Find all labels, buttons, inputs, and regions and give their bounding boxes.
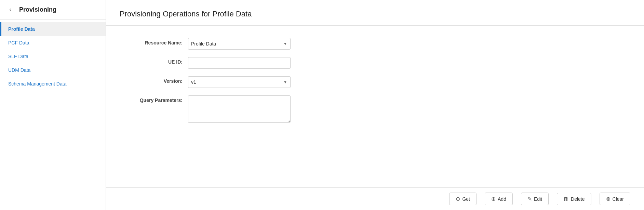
resource-name-select-wrapper: Profile Data [188, 38, 291, 50]
resource-name-select[interactable]: Profile Data [188, 38, 291, 50]
version-select-wrapper: v1 [188, 76, 291, 88]
query-params-row: Query Parameters: [120, 95, 630, 124]
delete-icon: 🗑 [563, 196, 569, 202]
ue-id-row: UE ID: [120, 57, 630, 69]
get-icon: ⊙ [456, 196, 460, 202]
sidebar-nav: Profile Data PCF Data SLF Data UDM Data … [0, 19, 106, 93]
sidebar-header: ‹ Provisioning [0, 0, 106, 19]
delete-label: Delete [571, 196, 585, 202]
clear-button[interactable]: ⊗ Clear [600, 193, 630, 205]
clear-label: Clear [613, 196, 624, 202]
clear-icon: ⊗ [606, 196, 611, 202]
edit-button[interactable]: ✎ Edit [521, 193, 549, 205]
back-button[interactable]: ‹ [5, 5, 15, 14]
action-bar: ⊙ Get ⊕ Add ✎ Edit 🗑 Delete ⊗ Clear [106, 187, 644, 210]
sidebar-title: Provisioning [19, 6, 56, 13]
sidebar-item-pcf-data[interactable]: PCF Data [0, 36, 106, 50]
resource-name-row: Resource Name: Profile Data [120, 38, 630, 50]
edit-label: Edit [534, 196, 542, 202]
add-label: Add [498, 196, 506, 202]
version-control: v1 [188, 76, 291, 88]
get-label: Get [462, 196, 470, 202]
add-icon: ⊕ [491, 196, 496, 202]
add-button[interactable]: ⊕ Add [485, 193, 513, 205]
query-params-control [188, 95, 291, 124]
version-row: Version: v1 [120, 76, 630, 88]
main-content: Provisioning Operations for Profile Data… [106, 0, 644, 210]
resource-name-control: Profile Data [188, 38, 291, 50]
sidebar: ‹ Provisioning Profile Data PCF Data SLF… [0, 0, 106, 210]
page-title: Provisioning Operations for Profile Data [120, 10, 630, 18]
sidebar-item-schema-management-data[interactable]: Schema Management Data [0, 77, 106, 91]
main-header: Provisioning Operations for Profile Data [106, 0, 644, 26]
edit-icon: ✎ [527, 196, 532, 202]
get-button[interactable]: ⊙ Get [449, 193, 477, 205]
query-params-label: Query Parameters: [120, 95, 188, 103]
sidebar-item-udm-data[interactable]: UDM Data [0, 63, 106, 77]
back-icon: ‹ [9, 6, 11, 13]
query-params-textarea[interactable] [188, 95, 291, 123]
ue-id-label: UE ID: [120, 57, 188, 65]
ue-id-input[interactable] [188, 57, 291, 69]
sidebar-item-profile-data[interactable]: Profile Data [0, 22, 106, 36]
ue-id-control [188, 57, 291, 69]
version-select[interactable]: v1 [188, 76, 291, 88]
form-area: Resource Name: Profile Data UE ID: Versi… [106, 26, 644, 187]
resource-name-label: Resource Name: [120, 38, 188, 45]
sidebar-item-slf-data[interactable]: SLF Data [0, 50, 106, 63]
version-label: Version: [120, 76, 188, 84]
delete-button[interactable]: 🗑 Delete [557, 193, 591, 205]
